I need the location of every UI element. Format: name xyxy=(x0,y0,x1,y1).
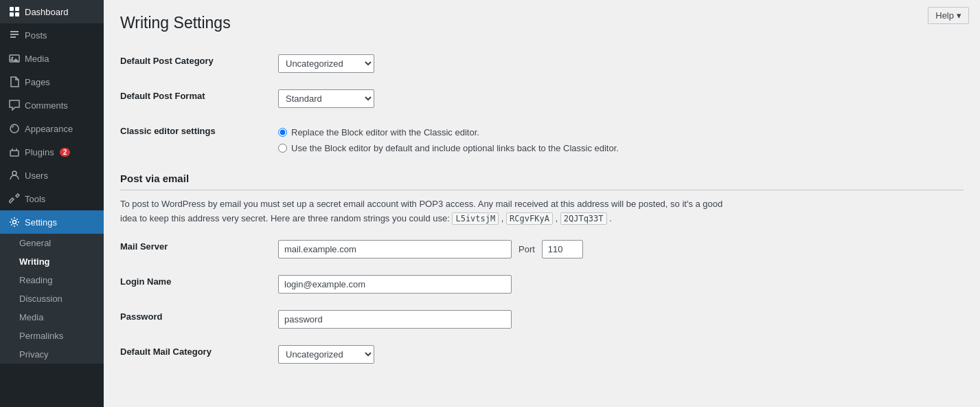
default-post-format-row: Default Post Format Standard xyxy=(120,81,964,116)
help-chevron-icon: ▾ xyxy=(957,10,961,21)
classic-editor-option1[interactable]: Replace the Block editor with the Classi… xyxy=(278,127,964,138)
main-content: Help ▾ Writing Settings Default Post Cat… xyxy=(104,0,980,407)
default-post-category-row: Default Post Category Uncategorized xyxy=(120,46,964,81)
login-name-input[interactable] xyxy=(278,275,512,294)
submenu-item-discussion[interactable]: Discussion xyxy=(0,289,104,308)
default-mail-category-row: Default Mail Category Uncategorized xyxy=(120,337,964,372)
default-post-format-select[interactable]: Standard xyxy=(278,89,374,108)
appearance-icon xyxy=(8,122,21,135)
post-via-email-table: Mail Server Port Login Name Passwor xyxy=(120,232,964,372)
post-via-email-description: To post to WordPress by email you must s… xyxy=(120,197,738,226)
sidebar-item-pages[interactable]: Pages xyxy=(0,70,104,94)
sidebar-item-posts[interactable]: Posts xyxy=(0,23,104,47)
dashboard-icon xyxy=(8,6,21,18)
sidebar-item-dashboard[interactable]: Dashboard xyxy=(0,0,104,23)
classic-editor-radio-group: Replace the Block editor with the Classi… xyxy=(278,124,964,153)
svg-rect-7 xyxy=(10,151,19,156)
svg-rect-3 xyxy=(15,12,19,16)
random-string-1: L5ivtsjM xyxy=(452,212,499,225)
login-name-row: Login Name xyxy=(120,267,964,302)
plugins-badge: 2 xyxy=(60,148,71,157)
sidebar-item-label: Posts xyxy=(25,30,47,41)
classic-editor-label: Classic editor settings xyxy=(120,116,278,162)
svg-rect-2 xyxy=(10,12,14,16)
port-input[interactable] xyxy=(542,240,583,258)
sidebar-item-tools[interactable]: Tools xyxy=(0,187,104,210)
mail-server-input[interactable] xyxy=(278,240,512,258)
help-label: Help xyxy=(935,10,954,21)
default-mail-category-select[interactable]: Uncategorized xyxy=(278,345,374,364)
sidebar-item-label: Plugins xyxy=(25,147,54,157)
users-icon xyxy=(8,169,21,182)
sidebar-item-label: Comments xyxy=(25,100,68,111)
classic-editor-row: Classic editor settings Replace the Bloc… xyxy=(120,116,964,162)
default-post-category-select[interactable]: Uncategorized xyxy=(278,54,374,73)
sidebar-item-label: Appearance xyxy=(25,124,73,134)
submenu-item-permalinks[interactable]: Permalinks xyxy=(0,327,104,345)
mail-server-input-group: Port xyxy=(278,240,964,258)
svg-point-6 xyxy=(10,124,19,133)
login-name-label: Login Name xyxy=(120,267,278,302)
password-row: Password xyxy=(120,302,964,337)
submenu-item-writing[interactable]: Writing xyxy=(0,252,104,271)
submenu-item-privacy[interactable]: Privacy xyxy=(0,345,104,364)
sidebar-item-label: Tools xyxy=(25,194,45,204)
default-post-category-label: Default Post Category xyxy=(120,46,278,81)
password-label: Password xyxy=(120,302,278,337)
svg-rect-1 xyxy=(15,7,19,11)
sidebar-item-media[interactable]: Media xyxy=(0,47,104,70)
sidebar-item-appearance[interactable]: Appearance xyxy=(0,117,104,140)
submenu-item-general[interactable]: General xyxy=(0,234,104,252)
default-mail-category-label: Default Mail Category xyxy=(120,337,278,372)
classic-editor-radio1[interactable] xyxy=(278,128,287,137)
password-input[interactable] xyxy=(278,310,512,329)
sidebar-item-label: Dashboard xyxy=(25,7,69,17)
svg-point-9 xyxy=(13,221,16,224)
classic-editor-option2-label: Use the Block editor by default and incl… xyxy=(291,143,619,153)
submenu-item-reading[interactable]: Reading xyxy=(0,271,104,289)
sidebar-item-settings[interactable]: Settings xyxy=(0,210,104,234)
settings-icon xyxy=(8,216,21,228)
submenu-item-media[interactable]: Media xyxy=(0,308,104,327)
mail-server-row: Mail Server Port xyxy=(120,232,964,267)
sidebar-item-label: Users xyxy=(25,170,48,181)
random-string-3: 2QJTq33T xyxy=(560,212,607,225)
sidebar-item-label: Settings xyxy=(25,217,57,228)
sidebar-item-label: Pages xyxy=(25,77,50,87)
posts-icon xyxy=(8,29,21,41)
settings-table: Default Post Category Uncategorized Defa… xyxy=(120,46,964,162)
port-label: Port xyxy=(519,244,535,254)
mail-server-label: Mail Server xyxy=(120,232,278,267)
tools-icon xyxy=(8,192,21,205)
sidebar: Dashboard Posts Media Pages Comments App… xyxy=(0,0,104,407)
sidebar-item-comments[interactable]: Comments xyxy=(0,94,104,117)
default-post-format-label: Default Post Format xyxy=(120,81,278,116)
svg-point-8 xyxy=(12,171,16,175)
settings-submenu: General Writing Reading Discussion Media… xyxy=(0,234,104,364)
help-button[interactable]: Help ▾ xyxy=(928,7,969,24)
media-icon xyxy=(8,52,21,65)
classic-editor-option2[interactable]: Use the Block editor by default and incl… xyxy=(278,143,964,153)
random-string-2: RCgvFKyA xyxy=(506,212,553,225)
sidebar-item-label: Media xyxy=(25,54,49,64)
comments-icon xyxy=(8,99,21,111)
classic-editor-option1-label: Replace the Block editor with the Classi… xyxy=(291,127,479,138)
page-title: Writing Settings xyxy=(120,14,964,32)
sidebar-item-users[interactable]: Users xyxy=(0,164,104,187)
sidebar-item-plugins[interactable]: Plugins 2 xyxy=(0,140,104,164)
classic-editor-radio2[interactable] xyxy=(278,144,287,153)
plugins-icon xyxy=(8,146,21,158)
post-via-email-heading: Post via email xyxy=(120,173,964,190)
pages-icon xyxy=(8,76,21,88)
svg-rect-0 xyxy=(10,7,14,11)
